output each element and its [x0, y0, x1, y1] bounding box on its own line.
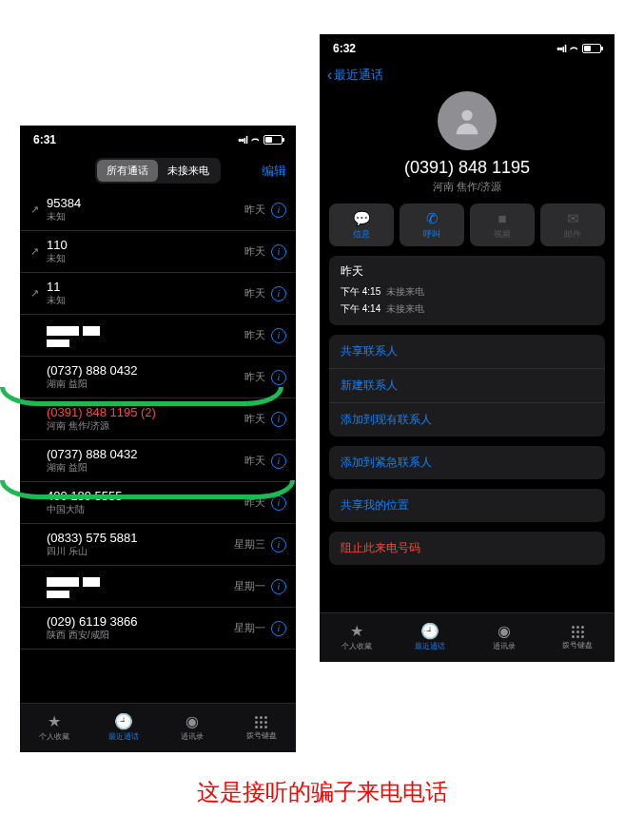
- info-button[interactable]: i: [271, 579, 286, 594]
- call-row[interactable]: 昨天i: [20, 315, 296, 357]
- share-location[interactable]: 共享我的位置: [329, 489, 605, 522]
- contact-detail-screen: 6:32 ‹ 最近通话 (0391) 848 1195 河南 焦作/济源 💬 信…: [320, 34, 615, 662]
- call-time: 昨天: [244, 328, 265, 342]
- share-location-section: 共享我的位置: [329, 489, 605, 522]
- call-list[interactable]: ↗95384未知昨天i↗110未知昨天i↗11未知昨天i 昨天i(0737) 8…: [20, 189, 296, 650]
- call-main: (029) 6119 3866陕西 西安/咸阳: [47, 614, 234, 642]
- call-sub: 河南 焦作/济源: [47, 419, 244, 433]
- chevron-left-icon: ‹: [327, 67, 332, 84]
- call-title: (029) 6119 3866: [47, 614, 234, 629]
- call-sub: 陕西 西安/咸阳: [47, 629, 234, 642]
- add-emergency-contact[interactable]: 添加到紧急联系人: [329, 446, 605, 479]
- person-icon: ◉: [185, 714, 199, 729]
- call-title: (0737) 888 0432: [47, 447, 244, 461]
- share-contact[interactable]: 共享联系人: [329, 335, 605, 369]
- phone-icon: ✆: [400, 211, 464, 225]
- video-button: ■ 视频: [470, 204, 535, 246]
- tab-label: 拨号键盘: [246, 730, 277, 741]
- info-button[interactable]: i: [271, 203, 286, 218]
- tab-label: 最近通话: [415, 641, 445, 651]
- outgoing-call-icon: ↗: [26, 245, 43, 258]
- caption: 这是接听的骗子来电电话: [0, 777, 644, 807]
- add-to-existing-contact[interactable]: 添加到现有联系人: [329, 403, 605, 436]
- tab-label: 最近通话: [108, 731, 139, 742]
- tab-label: 通讯录: [181, 731, 204, 742]
- call-row[interactable]: (0737) 888 0432湖南 益阳昨天i: [20, 357, 296, 398]
- info-button[interactable]: i: [271, 286, 286, 301]
- person-silhouette-icon: [451, 105, 483, 137]
- tab-keypad[interactable]: 拨号键盘: [227, 704, 297, 752]
- back-button[interactable]: ‹ 最近通话: [320, 63, 615, 87]
- status-icons: [238, 132, 283, 147]
- tab-favorites[interactable]: ★ 个人收藏: [320, 613, 394, 662]
- svg-point-0: [461, 110, 472, 121]
- segmented-control[interactable]: 所有通话 未接来电: [95, 158, 221, 184]
- call-history-section: 昨天 下午 4:15未接来电下午 4:14未接来电: [329, 256, 605, 325]
- call-row[interactable]: (0833) 575 5881四川 乐山星期三i: [20, 524, 296, 566]
- info-button[interactable]: i: [271, 412, 286, 427]
- video-icon: ■: [470, 211, 535, 225]
- call-button[interactable]: ✆ 呼叫: [400, 204, 464, 246]
- tab-label: 个人收藏: [39, 731, 69, 742]
- call-title: (0833) 575 5881: [47, 531, 234, 545]
- tab-contacts[interactable]: ◉ 通讯录: [467, 613, 541, 662]
- info-button[interactable]: i: [271, 454, 286, 469]
- recents-header: 所有通话 未接来电 编辑: [20, 154, 296, 189]
- block-caller[interactable]: 阻止此来电号码: [329, 532, 605, 565]
- history-time: 下午 4:15: [341, 286, 381, 297]
- recents-screen: 6:31 所有通话 未接来电 编辑 ↗95384未知昨天i↗110未知昨天i↗1…: [20, 126, 296, 752]
- message-button[interactable]: 💬 信息: [329, 204, 394, 246]
- tab-recents[interactable]: 🕘 最近通话: [394, 613, 468, 662]
- info-button[interactable]: i: [271, 328, 286, 343]
- call-row[interactable]: ↗95384未知昨天i: [20, 189, 296, 231]
- call-main: (0391) 848 1195 (2)河南 焦作/济源: [47, 405, 244, 433]
- outgoing-call-icon: ↗: [26, 204, 43, 216]
- avatar: [438, 91, 497, 150]
- back-label: 最近通话: [334, 67, 383, 84]
- call-row[interactable]: (0391) 848 1195 (2)河南 焦作/济源昨天i: [20, 398, 296, 440]
- contact-actions-section: 共享联系人 新建联系人 添加到现有联系人: [329, 335, 605, 436]
- history-label: 未接来电: [386, 286, 424, 297]
- history-time: 下午 4:14: [341, 303, 381, 314]
- call-title: 11: [47, 280, 244, 294]
- history-day: 昨天: [329, 256, 605, 283]
- call-time: 昨天: [244, 203, 265, 217]
- info-button[interactable]: i: [271, 537, 286, 553]
- call-row[interactable]: (029) 6119 3866陕西 西安/咸阳星期一i: [20, 608, 296, 650]
- wifi-icon: [570, 41, 578, 56]
- call-time: 昨天: [244, 495, 265, 510]
- seg-missed-calls[interactable]: 未接来电: [158, 160, 219, 182]
- tab-favorites[interactable]: ★ 个人收藏: [20, 704, 89, 752]
- star-icon: ★: [48, 714, 61, 729]
- edit-button[interactable]: 编辑: [262, 163, 286, 180]
- info-button[interactable]: i: [271, 495, 286, 511]
- action-row: 💬 信息 ✆ 呼叫 ■ 视频 ✉ 邮件: [320, 204, 615, 256]
- call-row[interactable]: 400 189 5555中国大陆昨天i: [20, 482, 296, 524]
- tab-keypad[interactable]: 拨号键盘: [541, 613, 615, 662]
- call-title: (0391) 848 1195 (2): [47, 405, 244, 419]
- call-sub: 未知: [47, 252, 244, 265]
- call-row[interactable]: (0737) 888 0432湖南 益阳昨天i: [20, 440, 296, 482]
- star-icon: ★: [350, 624, 363, 639]
- call-main: 95384未知: [47, 196, 244, 223]
- battery-icon: [582, 44, 601, 53]
- call-sub: 湖南 益阳: [47, 461, 244, 475]
- call-row[interactable]: ↗110未知昨天i: [20, 231, 296, 273]
- create-contact[interactable]: 新建联系人: [329, 369, 605, 403]
- tab-label: 通讯录: [493, 641, 516, 651]
- call-row[interactable]: 星期一i: [20, 566, 296, 608]
- tab-contacts[interactable]: ◉ 通讯录: [158, 704, 227, 752]
- signal-icon: [556, 42, 566, 55]
- call-main: (0737) 888 0432湖南 益阳: [47, 447, 244, 475]
- tab-recents[interactable]: 🕘 最近通话: [89, 704, 159, 752]
- signal-icon: [238, 133, 247, 146]
- clock-icon: 🕘: [114, 714, 133, 729]
- info-button[interactable]: i: [271, 621, 286, 636]
- call-row[interactable]: ↗11未知昨天i: [20, 273, 296, 315]
- info-button[interactable]: i: [271, 244, 286, 260]
- seg-all-calls[interactable]: 所有通话: [97, 160, 158, 182]
- call-title: 95384: [47, 196, 244, 210]
- call-main: [47, 574, 234, 599]
- outgoing-call-icon: ↗: [26, 287, 43, 300]
- info-button[interactable]: i: [271, 370, 286, 385]
